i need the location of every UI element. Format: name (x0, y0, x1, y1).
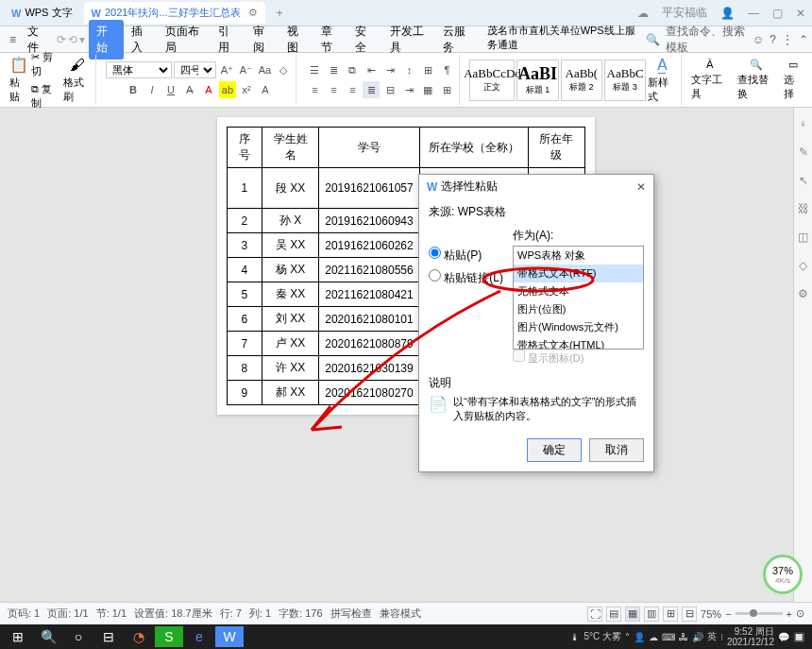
more-icon[interactable]: ⋮ (782, 33, 793, 46)
search-button[interactable]: 🔍 (34, 626, 62, 647)
bullet-list-icon[interactable]: ☰ (306, 61, 323, 78)
style-heading1[interactable]: AaBI标题 1 (516, 60, 558, 101)
change-case-icon[interactable]: Aa (256, 61, 273, 78)
redo-nav-icon[interactable]: ⟲ (68, 33, 77, 46)
clear-format-icon[interactable]: ◇ (275, 61, 292, 78)
app-tab[interactable]: W WPS 文字 (4, 2, 80, 24)
menu-service[interactable]: 茂名市市直机关单位WPS线上服务通道 (480, 20, 647, 60)
menu-view[interactable]: 视图 (279, 20, 313, 60)
shading-icon[interactable]: ▦ (419, 81, 436, 98)
status-chars[interactable]: 字数: 176 (279, 606, 322, 621)
format-item[interactable]: 无格式文本 (514, 282, 643, 300)
style-heading2[interactable]: AaBb(标题 2 (561, 60, 602, 101)
status-compat[interactable]: 兼容模式 (380, 606, 421, 621)
cloud-icon[interactable]: ☁ (634, 7, 651, 20)
font-name-combo[interactable]: 黑体 (106, 61, 172, 78)
status-col[interactable]: 列: 1 (249, 606, 271, 621)
undo-nav-icon[interactable]: ⟳ (57, 33, 66, 46)
view-outline-icon[interactable]: ⊞ (663, 606, 678, 622)
font-color-icon[interactable]: A (200, 81, 217, 98)
borders-icon[interactable]: ⊞ (438, 81, 455, 98)
sidebar-layers-icon[interactable]: ◫ (798, 231, 808, 244)
status-pos[interactable]: 设置值: 18.7厘米 (134, 606, 212, 621)
paste-icon[interactable]: 📋 (9, 56, 28, 74)
start-button[interactable]: ⊞ (4, 626, 32, 647)
tray-cloud-icon[interactable]: ☁ (649, 632, 658, 642)
task-view-button[interactable]: ⊟ (94, 626, 123, 647)
cancel-button[interactable]: 取消 (589, 438, 644, 462)
view-print-icon[interactable]: ▤ (606, 606, 621, 622)
tray-ime[interactable]: 英 (707, 630, 717, 643)
style-normal[interactable]: AaBbCcDd正文 (469, 60, 515, 101)
zoom-in-button[interactable]: + (787, 608, 792, 620)
decrease-indent-icon[interactable]: ⇤ (363, 61, 380, 78)
tray-chevron-icon[interactable]: ˄ (625, 632, 630, 642)
dropdown-nav-icon[interactable]: ▾ (79, 33, 85, 46)
align-left-icon[interactable]: ≡ (306, 81, 323, 98)
status-line[interactable]: 行: 7 (220, 606, 242, 621)
app-task-3[interactable]: e (185, 626, 213, 647)
find-replace-button[interactable]: 🔍查找替换 (737, 59, 776, 101)
sidebar-cursor-icon[interactable]: ↖ (799, 174, 808, 187)
window-minimize-button[interactable]: — (745, 7, 762, 20)
font-border-icon[interactable]: A (257, 81, 274, 98)
hamburger-icon[interactable]: ≡ (4, 33, 22, 46)
new-tab-button[interactable]: + (277, 7, 283, 20)
tray-clock[interactable]: 9:52 周日 2021/12/12 (727, 626, 774, 647)
menu-references[interactable]: 引用 (211, 20, 245, 60)
tray-extra-icon[interactable]: 🔲 (793, 632, 804, 642)
view-fullscreen-icon[interactable]: ⛶ (587, 606, 602, 622)
sidebar-shapes-icon[interactable]: ◇ (799, 259, 807, 272)
sidebar-chain-icon[interactable]: ⛓ (798, 202, 809, 215)
weather-text[interactable]: 5°C 大雾 (584, 630, 621, 643)
shrink-font-icon[interactable]: A⁻ (237, 61, 254, 78)
sidebar-filter-icon[interactable]: ♀ (799, 117, 807, 130)
menu-cloud[interactable]: 云服务 (435, 20, 479, 60)
format-painter-icon[interactable]: 🖌 (70, 57, 85, 74)
style-heading3[interactable]: AaBbC标题 3 (604, 60, 646, 101)
status-section[interactable]: 节: 1/1 (96, 606, 127, 621)
format-item[interactable]: 带格式文本(HTML) (514, 336, 643, 350)
number-list-icon[interactable]: ≣ (325, 61, 342, 78)
user-avatar-icon[interactable]: 👤 (718, 7, 737, 20)
status-page[interactable]: 页码: 1 (8, 606, 40, 621)
app-task-2[interactable]: S (155, 626, 183, 647)
align-justify-icon[interactable]: ≣ (363, 81, 380, 98)
format-item[interactable]: 带格式文本(RTF) (514, 265, 643, 282)
menu-review[interactable]: 审阅 (245, 20, 279, 60)
tray-network-icon[interactable]: 🖧 (679, 632, 688, 642)
tray-ime-mode-icon[interactable]: ⁝ (720, 632, 723, 642)
format-list[interactable]: WPS表格 对象带格式文本(RTF)无格式文本图片(位图)图片(Windows元… (513, 246, 644, 350)
battery-widget[interactable]: 37% 4K/s (763, 555, 803, 594)
menu-devtools[interactable]: 开发工具 (382, 20, 436, 60)
window-maximize-button[interactable]: ▢ (770, 7, 786, 20)
tab-stop-icon[interactable]: ⇥ (400, 81, 417, 98)
alignment-icon[interactable]: ⊞ (419, 61, 436, 78)
paste-label[interactable]: 粘贴 (9, 76, 29, 104)
align-distributed-icon[interactable]: ⊟ (381, 81, 398, 98)
cortana-button[interactable]: ○ (64, 626, 93, 647)
new-style-button[interactable]: A̲新样式 (648, 56, 676, 104)
tray-person-icon[interactable]: 👤 (634, 632, 645, 642)
highlight-icon[interactable]: ab (219, 81, 236, 98)
line-spacing-icon[interactable]: ↕ (400, 61, 417, 78)
font-size-combo[interactable]: 四号 (174, 61, 216, 78)
grow-font-icon[interactable]: A⁺ (218, 61, 235, 78)
format-item[interactable]: 图片(Windows元文件) (514, 318, 643, 336)
superscript-icon[interactable]: x² (238, 81, 255, 98)
zoom-fit-icon[interactable]: ⊙ (796, 607, 804, 620)
view-read-icon[interactable]: ▦ (625, 606, 640, 622)
smiley-icon[interactable]: ☺ (753, 33, 764, 46)
dialog-close-button[interactable]: ✕ (636, 180, 646, 194)
zoom-out-button[interactable]: − (725, 608, 731, 620)
help-icon[interactable]: ? (770, 33, 776, 46)
format-item[interactable]: 图片(位图) (514, 300, 643, 318)
paste-link-radio[interactable]: 粘贴链接(L) (429, 269, 503, 286)
strike-icon[interactable]: A̶ (181, 81, 198, 98)
tray-keyboard-icon[interactable]: ⌨ (662, 632, 675, 642)
status-spellcheck[interactable]: 拼写检查 (330, 606, 372, 621)
window-close-button[interactable]: ✕ (793, 7, 808, 20)
paste-radio[interactable]: 粘贴(P) (429, 247, 503, 264)
tray-volume-icon[interactable]: 🔊 (692, 632, 703, 642)
app-task-wps[interactable]: W (215, 626, 244, 647)
